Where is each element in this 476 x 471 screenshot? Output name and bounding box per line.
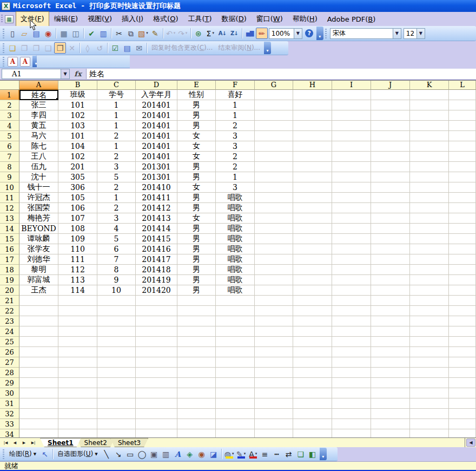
cell-H14[interactable] <box>293 224 332 234</box>
cell-L5[interactable] <box>449 131 476 141</box>
cell-K8[interactable] <box>410 162 449 172</box>
font-color-icon[interactable]: A <box>247 448 259 460</box>
cell-D17[interactable]: 201417 <box>136 254 177 265</box>
menu-item-8[interactable]: 窗口(W) <box>252 11 288 27</box>
cell-F26[interactable] <box>216 347 255 357</box>
fill-color-icon[interactable]: ◍ <box>223 448 235 460</box>
cell-K34[interactable] <box>410 429 449 437</box>
cell-C2[interactable]: 1 <box>97 100 136 110</box>
cell-K12[interactable] <box>410 203 449 213</box>
cell-A11[interactable]: 许冠杰 <box>19 193 58 203</box>
cell-B15[interactable]: 109 <box>58 234 97 244</box>
cell-L24[interactable] <box>449 326 476 337</box>
cell-B22[interactable] <box>58 306 97 316</box>
cell-D1[interactable]: 入学年月 <box>136 90 177 100</box>
cell-F27[interactable] <box>216 357 255 368</box>
cell-C27[interactable] <box>97 357 136 368</box>
cell-J30[interactable] <box>371 388 410 398</box>
cell-I13[interactable] <box>332 213 371 224</box>
cell-H22[interactable] <box>293 306 332 316</box>
cell-H19[interactable] <box>293 275 332 285</box>
select-all-corner[interactable] <box>0 81 19 90</box>
row-header-33[interactable]: 33 <box>0 419 19 429</box>
cell-L18[interactable] <box>449 265 476 275</box>
cell-K30[interactable] <box>410 388 449 398</box>
cell-E10[interactable]: 女 <box>177 182 216 193</box>
cell-B32[interactable] <box>58 409 97 419</box>
cell-G21[interactable] <box>255 296 293 306</box>
cell-H7[interactable] <box>293 152 332 162</box>
column-header-C[interactable]: C <box>97 81 136 90</box>
wordart-icon[interactable]: A <box>172 448 184 460</box>
cell-C21[interactable] <box>97 296 136 306</box>
cell-C25[interactable] <box>97 337 136 347</box>
hyperlink-icon[interactable]: ⊛ <box>193 28 204 39</box>
cell-A5[interactable]: 马六 <box>19 131 58 141</box>
cell-D21[interactable] <box>136 296 177 306</box>
cut-icon[interactable]: ✂ <box>113 28 125 39</box>
cell-B26[interactable] <box>58 347 97 357</box>
cell-F25[interactable] <box>216 337 255 347</box>
cell-D19[interactable]: 201419 <box>136 275 177 285</box>
cell-E21[interactable] <box>177 296 216 306</box>
highlighter-icon[interactable]: ◊ <box>82 42 94 54</box>
cell-J33[interactable] <box>371 419 410 429</box>
cell-B28[interactable] <box>58 368 97 378</box>
line-color-icon[interactable]: ✎ <box>235 448 247 460</box>
show-hide-comment-icon[interactable]: ❑ <box>42 42 54 54</box>
cell-J18[interactable] <box>371 265 410 275</box>
cell-H20[interactable] <box>293 285 332 296</box>
cell-E9[interactable]: 男 <box>177 172 216 182</box>
row-header-30[interactable]: 30 <box>0 388 19 398</box>
next-comment-icon[interactable]: ❐ <box>30 42 42 54</box>
column-header-E[interactable]: E <box>177 81 216 90</box>
cell-L10[interactable] <box>449 182 476 193</box>
cell-D7[interactable]: 201401 <box>136 152 177 162</box>
research-icon[interactable]: ▥ <box>97 28 109 39</box>
row-header-26[interactable]: 26 <box>0 347 19 357</box>
cell-I21[interactable] <box>332 296 371 306</box>
cell-G20[interactable] <box>255 285 293 296</box>
cell-A24[interactable] <box>19 326 58 337</box>
cell-G19[interactable] <box>255 275 293 285</box>
cell-K22[interactable] <box>410 306 449 316</box>
cell-K7[interactable] <box>410 152 449 162</box>
cell-D32[interactable] <box>136 409 177 419</box>
cell-E27[interactable] <box>177 357 216 368</box>
line-style-icon[interactable]: ≡ <box>259 448 271 460</box>
new-document-icon[interactable]: ▯ <box>6 28 18 39</box>
cell-A32[interactable] <box>19 409 58 419</box>
cell-D20[interactable]: 201420 <box>136 285 177 296</box>
cell-K4[interactable] <box>410 121 449 131</box>
cell-E23[interactable] <box>177 316 216 326</box>
worksheet-menu-icon[interactable]: ▦ <box>5 15 14 23</box>
cell-A8[interactable]: 伍九 <box>19 162 58 172</box>
cell-D18[interactable]: 201418 <box>136 265 177 275</box>
cell-G15[interactable] <box>255 234 293 244</box>
cell-K15[interactable] <box>410 234 449 244</box>
cell-G10[interactable] <box>255 182 293 193</box>
cell-L17[interactable] <box>449 254 476 265</box>
reply-with-changes-button[interactable]: 回复时包含更改(C)... <box>149 42 215 54</box>
cell-K1[interactable] <box>410 90 449 100</box>
menu-item-2[interactable]: 编辑(E) <box>49 11 83 27</box>
cell-J11[interactable] <box>371 193 410 203</box>
cell-A33[interactable] <box>19 419 58 429</box>
cell-I30[interactable] <box>332 388 371 398</box>
cell-J10[interactable] <box>371 182 410 193</box>
row-header-19[interactable]: 19 <box>0 275 19 285</box>
row-header-23[interactable]: 23 <box>0 316 19 326</box>
cell-F1[interactable]: 喜好 <box>216 90 255 100</box>
cell-I2[interactable] <box>332 100 371 110</box>
cell-C30[interactable] <box>97 388 136 398</box>
cell-B13[interactable]: 107 <box>58 213 97 224</box>
cell-I8[interactable] <box>332 162 371 172</box>
cell-I16[interactable] <box>332 244 371 254</box>
cell-J2[interactable] <box>371 100 410 110</box>
cell-C3[interactable]: 1 <box>97 110 136 121</box>
cell-B34[interactable] <box>58 429 97 437</box>
cell-E8[interactable]: 男 <box>177 162 216 172</box>
copy-icon[interactable]: ⧉ <box>125 28 137 39</box>
cell-B14[interactable]: 108 <box>58 224 97 234</box>
cell-C9[interactable]: 5 <box>97 172 136 182</box>
